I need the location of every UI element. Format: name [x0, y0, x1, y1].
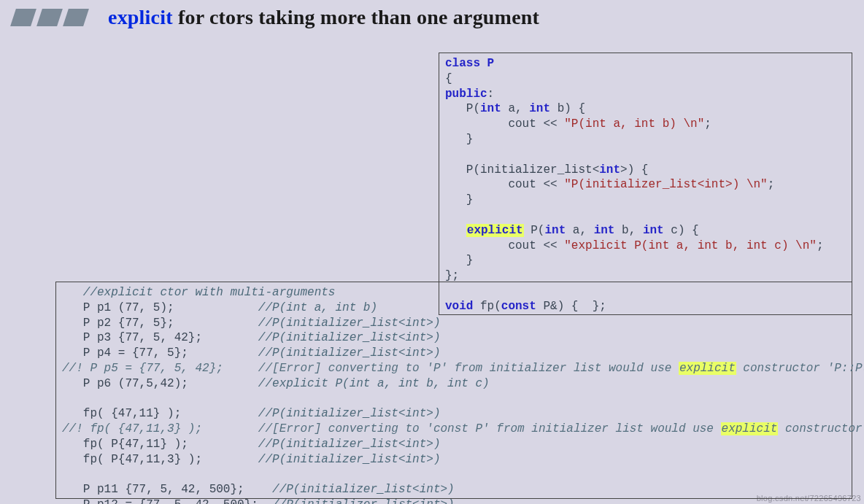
slide-title: explicit for ctors taking more than one … — [108, 6, 539, 29]
class-definition-code: class P { public: P(int a, int b) { cout… — [439, 53, 852, 315]
slide: explicit for ctors taking more than one … — [0, 0, 864, 504]
explicit-highlight: explicit — [679, 362, 736, 375]
brand-logo — [10, 9, 89, 26]
logo-square-icon — [63, 9, 89, 26]
explicit-highlight: explicit — [721, 422, 779, 435]
logo-square-icon — [10, 9, 36, 26]
title-row: explicit for ctors taking more than one … — [13, 6, 849, 29]
explicit-keyword-highlight: explicit — [466, 224, 524, 237]
logo-square-icon — [36, 9, 63, 26]
title-rest: for ctors taking more than one argument — [173, 6, 539, 28]
title-keyword: explicit — [108, 6, 173, 28]
